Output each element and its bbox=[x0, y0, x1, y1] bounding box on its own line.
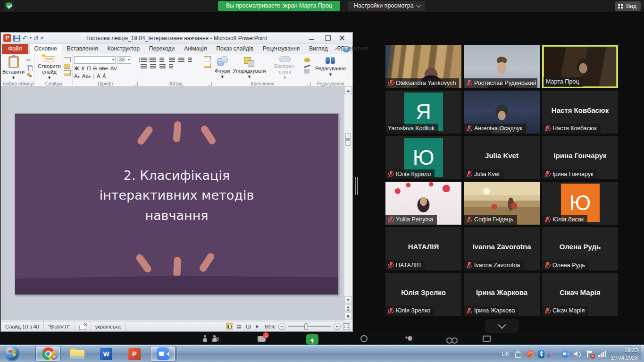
participant-tile[interactable]: ЯYaroslava Kodliuk bbox=[385, 91, 461, 134]
maximize-button[interactable] bbox=[322, 34, 334, 42]
character-spacing-button[interactable]: AV bbox=[110, 66, 117, 71]
shape-effects-icon[interactable] bbox=[304, 69, 309, 74]
slide-layout-icon[interactable] bbox=[64, 57, 71, 62]
align-left-icon[interactable] bbox=[188, 57, 194, 62]
slide-canvas-area[interactable]: 2. Класифікація інтерактивних методів на… bbox=[1, 87, 352, 320]
font-name-combo[interactable] bbox=[74, 56, 116, 64]
section-icon[interactable] bbox=[64, 70, 71, 76]
undo-dropdown-icon[interactable]: ▾ bbox=[30, 36, 32, 40]
powerpoint-taskbar-button[interactable]: P bbox=[122, 346, 147, 362]
convert-smartart-icon[interactable] bbox=[204, 63, 211, 68]
font-size-combo[interactable]: 33 bbox=[117, 56, 131, 64]
participant-tile[interactable]: Софія Гнідець bbox=[464, 182, 540, 225]
align-center-icon[interactable] bbox=[141, 64, 147, 68]
text-direction-icon[interactable] bbox=[178, 57, 184, 62]
new-slide-button[interactable]: Створити слайд▾ bbox=[36, 56, 62, 80]
redo-icon[interactable] bbox=[33, 34, 39, 42]
zoom-slider-thumb[interactable] bbox=[304, 323, 308, 330]
change-case-button[interactable]: Аа▾ bbox=[82, 73, 91, 79]
view-button[interactable]: Вид bbox=[615, 1, 641, 11]
participant-tile[interactable]: Ірина ГончарукІрина Гончарук bbox=[542, 136, 618, 179]
reset-slide-icon[interactable] bbox=[64, 64, 70, 69]
zoom-in-button[interactable]: + bbox=[334, 323, 341, 330]
close-button[interactable] bbox=[338, 34, 351, 42]
normal-view-button[interactable] bbox=[226, 323, 233, 329]
collapse-ribbon-icon[interactable] bbox=[335, 47, 339, 52]
bluetooth-icon[interactable] bbox=[538, 350, 544, 358]
tab-файл[interactable]: Файл bbox=[2, 44, 28, 54]
ccleaner-icon[interactable] bbox=[527, 350, 534, 357]
slide-sorter-view-button[interactable] bbox=[235, 323, 243, 329]
scroll-down-button[interactable] bbox=[344, 296, 352, 304]
participant-tile[interactable]: Настя КовбасюкНастя Ковбасюк bbox=[542, 91, 618, 134]
text-align-top-icon[interactable] bbox=[204, 56, 211, 61]
tab-анімація[interactable]: Анімація bbox=[179, 44, 211, 54]
participant-tile[interactable]: Марта Проц bbox=[542, 45, 618, 88]
editing-button[interactable]: Редагування▾ bbox=[315, 56, 346, 80]
pen-tray-icon[interactable] bbox=[547, 350, 554, 358]
apps-icon[interactable] bbox=[483, 336, 491, 342]
shrink-font-button[interactable]: А̌ bbox=[103, 74, 106, 79]
security-shield-icon[interactable] bbox=[4, 1, 14, 11]
minimize-button[interactable] bbox=[305, 34, 318, 42]
theme-name[interactable]: "BlobVTI" bbox=[44, 321, 75, 331]
powerpoint-title-bar[interactable]: P ▾ |▾ Гостьова лекція_19.04_Інтерактивн… bbox=[1, 33, 352, 44]
action-center-flag-icon[interactable]: ✕ bbox=[586, 350, 594, 358]
grow-font-button[interactable]: А́ bbox=[97, 73, 100, 79]
taskbar-clock[interactable]: 19:23 19.04.2023 bbox=[611, 347, 638, 362]
slide-indicator[interactable]: Слайд 10 з 40 bbox=[1, 321, 44, 331]
language-indicator[interactable]: UK bbox=[502, 351, 510, 357]
shape-outline-icon[interactable] bbox=[304, 65, 310, 68]
copy-icon[interactable] bbox=[26, 65, 33, 71]
justify-icon[interactable] bbox=[159, 64, 166, 68]
participant-tile[interactable]: НАТАЛІЯНАТАЛІЯ bbox=[385, 227, 461, 270]
participant-tile[interactable]: Олена РудьОлена Рудь bbox=[542, 227, 618, 270]
chrome-taskbar-button[interactable] bbox=[35, 346, 61, 362]
dialog-launcher-icon[interactable] bbox=[208, 82, 212, 85]
tab-переходи[interactable]: Переходи bbox=[144, 44, 179, 54]
view-settings-button[interactable]: Настройки просмотра bbox=[348, 1, 425, 11]
volume-icon[interactable] bbox=[574, 350, 581, 358]
undo-icon[interactable] bbox=[22, 34, 28, 42]
dialog-launcher-icon[interactable] bbox=[134, 82, 138, 85]
decrease-indent-icon[interactable] bbox=[159, 57, 166, 62]
removable-device-icon[interactable] bbox=[514, 350, 522, 358]
bullets-icon[interactable] bbox=[141, 57, 147, 62]
font-color-button[interactable]: А▾ bbox=[74, 73, 80, 79]
pane-resize-handle[interactable] bbox=[355, 177, 358, 195]
cut-icon[interactable] bbox=[26, 57, 33, 63]
record-icon[interactable] bbox=[360, 335, 368, 342]
zoom-tray-icon[interactable] bbox=[561, 350, 569, 358]
arrange-button[interactable]: Упорядкувати▾ bbox=[233, 56, 266, 80]
scroll-up-button[interactable] bbox=[344, 87, 352, 94]
explorer-taskbar-button[interactable] bbox=[65, 346, 90, 362]
tab-вставлення[interactable]: Вставлення bbox=[62, 44, 103, 54]
powerpoint-logo-icon[interactable]: P bbox=[3, 34, 11, 42]
participant-tile[interactable]: Julia KvetJulia Kvet bbox=[464, 136, 540, 179]
qat-customize-icon[interactable]: |▾ bbox=[41, 36, 43, 40]
participant-tile[interactable]: Ростислав Руденський bbox=[464, 45, 540, 88]
save-icon[interactable] bbox=[13, 35, 20, 42]
columns-icon[interactable] bbox=[169, 64, 175, 68]
shapes-button[interactable]: Фігури▾ bbox=[215, 56, 230, 80]
dialog-launcher-icon[interactable] bbox=[30, 82, 33, 85]
participant-tile[interactable]: Ivanna ZavorotnaIvanna Zavorotna bbox=[464, 227, 540, 270]
participant-tile[interactable]: Yuliia Petrytsa bbox=[385, 182, 461, 225]
tab-конструктор[interactable]: Конструктор bbox=[102, 44, 144, 54]
format-painter-icon[interactable] bbox=[26, 72, 33, 78]
more-participants-button[interactable] bbox=[485, 319, 519, 333]
line-spacing-icon[interactable] bbox=[169, 57, 175, 62]
tab-рецензування[interactable]: Рецензування bbox=[258, 44, 304, 54]
reading-view-button[interactable] bbox=[245, 323, 252, 329]
shape-fill-icon[interactable] bbox=[304, 58, 310, 62]
participants-icon[interactable] bbox=[203, 334, 207, 342]
participant-tile[interactable]: Юлія ЗрелкоЮлія Зрелко bbox=[385, 273, 461, 316]
slide-title[interactable]: 2. Класифікація інтерактивних методів на… bbox=[89, 166, 264, 226]
participant-tile[interactable]: Сікач МаріяСікач Марія bbox=[542, 273, 618, 316]
fit-to-window-button[interactable] bbox=[343, 323, 350, 329]
network-signal-icon[interactable] bbox=[598, 350, 606, 357]
spellcheck-status[interactable] bbox=[75, 321, 91, 331]
participant-tile[interactable]: ЮЮлія Курило bbox=[385, 136, 461, 179]
align-right-icon[interactable] bbox=[150, 64, 156, 68]
help-icon[interactable]: ? bbox=[343, 46, 350, 52]
